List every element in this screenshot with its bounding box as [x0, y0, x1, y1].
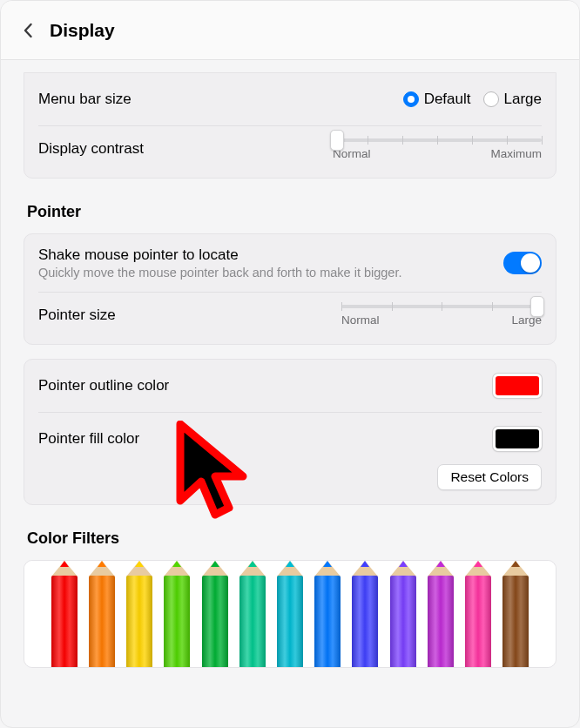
pencil-icon — [422, 561, 459, 667]
pencil-icon — [347, 561, 384, 667]
display-contrast-slider[interactable]: Normal Maximum — [333, 138, 542, 160]
pointer-size-label: Pointer size — [38, 305, 116, 324]
pointer-heading: Pointer — [27, 203, 556, 221]
shake-to-locate-row: Shake mouse pointer to locate Quickly mo… — [38, 234, 542, 292]
radio-label: Default — [424, 91, 471, 108]
pointer-outline-label: Pointer outline color — [38, 377, 169, 394]
display-settings-card: Menu bar size Default Large Display cont… — [24, 72, 556, 179]
menu-bar-size-default-radio[interactable]: Default — [403, 91, 471, 108]
color-filters-card — [24, 560, 556, 668]
menu-bar-size-large-radio[interactable]: Large — [483, 91, 542, 108]
pencil-icon — [158, 561, 196, 667]
radio-checked-icon — [403, 91, 419, 107]
display-contrast-row: Display contrast Normal — [38, 125, 542, 178]
back-chevron-icon[interactable] — [20, 22, 37, 39]
slider-min-label: Normal — [341, 313, 380, 327]
pointer-fill-row: Pointer fill color — [38, 412, 542, 464]
pointer-color-card: Pointer outline color Pointer fill color… — [24, 359, 556, 505]
pointer-outline-color-well[interactable] — [493, 374, 542, 398]
pointer-fill-color-well[interactable] — [493, 427, 542, 451]
shake-title: Shake mouse pointer to locate — [38, 246, 491, 264]
pointer-outline-row: Pointer outline color — [38, 360, 542, 412]
page-title: Display — [50, 20, 115, 41]
pencil-icon — [309, 561, 347, 667]
pencil-icon — [120, 561, 158, 667]
pointer-size-row: Pointer size Normal Large — [38, 292, 542, 344]
pencil-icon — [384, 561, 422, 667]
slider-thumb-icon[interactable] — [330, 130, 344, 151]
menu-bar-size-label: Menu bar size — [38, 91, 132, 108]
radio-label: Large — [504, 91, 542, 108]
pencil-icon — [196, 561, 233, 667]
color-filters-pencil-preview — [24, 561, 556, 667]
pointer-size-slider[interactable]: Normal Large — [341, 305, 542, 327]
pointer-settings-card: Shake mouse pointer to locate Quickly mo… — [24, 233, 556, 345]
shake-subtitle: Quickly move the mouse pointer back and … — [38, 266, 491, 280]
settings-header: Display — [1, 1, 579, 60]
menu-bar-size-row: Menu bar size Default Large — [38, 73, 542, 125]
color-filters-heading: Color Filters — [27, 529, 556, 548]
pencil-icon — [233, 561, 271, 667]
pencil-icon — [271, 561, 308, 667]
pencil-icon — [497, 561, 535, 667]
slider-max-label: Maximum — [490, 147, 542, 160]
pencil-icon — [45, 561, 83, 667]
display-contrast-label: Display contrast — [38, 138, 144, 158]
slider-thumb-icon[interactable] — [530, 296, 544, 317]
pencil-icon — [460, 561, 497, 667]
pencil-icon — [83, 561, 120, 667]
shake-to-locate-toggle[interactable] — [503, 252, 542, 274]
pointer-fill-label: Pointer fill color — [38, 430, 139, 448]
reset-colors-button[interactable]: Reset Colors — [437, 464, 542, 490]
radio-unchecked-icon — [483, 91, 499, 107]
